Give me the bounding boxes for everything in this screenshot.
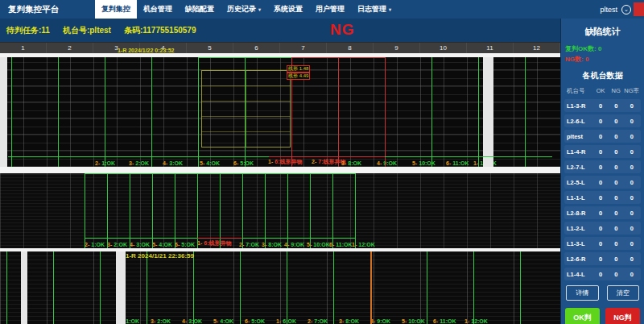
cell-status-label: 5-4:OK — [200, 160, 220, 166]
machine-cell: L1-1-L — [565, 194, 592, 201]
edge-marker-line — [269, 156, 385, 157]
alert-badge — [634, 2, 644, 16]
machine-cell: L1-2-L — [565, 225, 592, 232]
detail-button[interactable]: 详情 — [566, 285, 599, 301]
machine-row[interactable]: L2-6-L000 — [564, 114, 641, 127]
barcode: 条码:117755150579 — [124, 25, 196, 36]
panel-image-bottom[interactable]: 1-R 2024/1/21 22:36:59 2-1:OK3-2:OK4-3:O… — [0, 251, 560, 324]
machine-cell: 0 — [609, 148, 624, 156]
separator-line — [525, 57, 526, 167]
ok-count: 复判OK数: 0 — [564, 44, 641, 53]
machine-row[interactable]: L1-3-R000 — [564, 99, 641, 112]
nav-item-log-management[interactable]: 日志管理▾ — [351, 0, 398, 19]
edge-marker-line — [197, 238, 242, 239]
judge-ng-button[interactable]: NG判 — [605, 308, 640, 324]
machine-cell: 0 — [609, 210, 624, 217]
image-white-band — [0, 57, 7, 167]
nav-menu: 复判集控机台管理缺陷配置历史记录▾系统设置用户管理日志管理▾ — [95, 0, 398, 19]
machine-row[interactable]: L2-5-L000 — [564, 176, 641, 189]
machine-cell: L2-8-R — [565, 210, 592, 217]
machine-cell: 0 — [592, 164, 609, 171]
cell-status-label: 3-2:OK — [107, 242, 127, 247]
machine-row[interactable]: pltest000 — [564, 130, 641, 143]
edge-marker-line — [291, 57, 385, 58]
machine-row[interactable]: L2-6-R000 — [564, 252, 641, 265]
cell-status-label: 2-1:OK — [85, 242, 105, 247]
machine-cell: 0 — [609, 225, 624, 232]
machine-cell: 0 — [592, 179, 609, 186]
cell-status-label: 3-2:OK — [129, 160, 149, 166]
separator-line — [520, 251, 521, 324]
separator-line — [370, 251, 372, 324]
clear-button[interactable]: 清空 — [607, 285, 640, 301]
machine-cell: 0 — [624, 102, 640, 110]
machine-cell: 0 — [624, 118, 640, 125]
machine-row[interactable]: L2-7-L000 — [564, 160, 641, 173]
defect-region-outline — [201, 70, 291, 147]
nav-item-defect-config[interactable]: 缺陷配置 — [179, 0, 221, 19]
cell-status-label: 4-9:OK — [377, 160, 397, 166]
user-menu[interactable]: pltest ⌄ — [600, 0, 631, 19]
machine-row[interactable]: L1-4-R000 — [564, 145, 641, 158]
machine-row[interactable]: L1-4-L000 — [564, 268, 641, 280]
machine-cell: 0 — [592, 118, 609, 125]
machine-cell: L1-4-L — [565, 271, 592, 278]
cell-status-label: 6-5:OK — [245, 318, 265, 324]
machine-row[interactable]: L1-1-L000 — [564, 191, 641, 204]
machine-cell: L2-5-L — [565, 179, 592, 186]
nav-item-review-control[interactable]: 复判集控 — [95, 0, 137, 19]
nav-item-system-settings[interactable]: 系统设置 — [267, 0, 309, 19]
machine-id: 机台号:pltest — [63, 25, 111, 36]
defect-stats-panel: 缺陷统计 复判OK数: 0 NG数: 0 各机台数据 机台号OKNGNG率 L1… — [560, 19, 644, 324]
nav-item-machine-management[interactable]: 机台管理 — [137, 0, 179, 19]
machine-row[interactable]: L2-8-R000 — [564, 206, 641, 219]
cell-status-label: 4-9:OK — [370, 318, 390, 324]
chevron-down-icon: ▾ — [258, 6, 261, 12]
machine-cell: 0 — [592, 133, 609, 140]
panel-image-middle[interactable]: 2-1:OK3-2:OK4-3:OK5-4:OK6-5:OK1-6:线形异物2-… — [0, 173, 560, 248]
machine-cell: 0 — [624, 255, 640, 263]
machine-cell: L1-4-R — [565, 148, 592, 156]
ruler-number: 2 — [47, 43, 93, 53]
machine-cell: 0 — [609, 118, 624, 125]
top-navbar: 复判集控平台 复判集控机台管理缺陷配置历史记录▾系统设置用户管理日志管理▾ pl… — [0, 0, 644, 19]
defect-region-divider — [246, 71, 246, 147]
cell-status-label: 4-3:OK — [163, 160, 183, 166]
ruler-number: 12 — [514, 43, 560, 53]
cell-status-label: 1-6:线形异物 — [268, 158, 302, 166]
cell-status-label: 3-8:OK — [341, 160, 361, 166]
machine-cell: L1-3-R — [565, 102, 592, 110]
machine-table-column: 机台号 — [565, 87, 592, 95]
machine-cell: 0 — [592, 102, 609, 110]
nav-item-user-management[interactable]: 用户管理 — [309, 0, 351, 19]
separator-line — [53, 251, 54, 324]
cell-status-label: 1-12:OK — [464, 318, 488, 324]
ruler-number: 8 — [327, 43, 374, 53]
machine-cell: 0 — [592, 225, 609, 232]
machine-row[interactable]: L1-3-L000 — [564, 237, 641, 250]
separator-line — [58, 57, 59, 167]
machine-cell: 0 — [609, 133, 624, 140]
separator-line — [198, 57, 199, 167]
machine-cell: 0 — [624, 210, 640, 217]
status-bar: 待判任务:11 机台号:pltest 条码:117755150579 NG — [0, 19, 560, 42]
separator-line — [245, 57, 246, 167]
machine-cell: 0 — [592, 255, 609, 263]
machine-cell: 0 — [609, 240, 624, 247]
machine-cell: 0 — [624, 194, 640, 201]
separator-line — [240, 251, 241, 324]
ruler-number: 7 — [280, 43, 327, 53]
defect-annotation: 线形 1.48 — [287, 65, 310, 73]
judge-ok-button[interactable]: OK判 — [565, 308, 600, 324]
chevron-down-icon: ▾ — [389, 6, 391, 12]
machine-cell: 0 — [624, 133, 640, 140]
user-dropdown-icon[interactable]: ⌄ — [621, 5, 631, 15]
defect-annotation: 线形 4.49 — [287, 73, 310, 80]
machine-row[interactable]: L1-2-L000 — [564, 222, 641, 235]
cell-status-label: 6-11:OK — [446, 160, 469, 166]
nav-item-history-records[interactable]: 历史记录▾ — [221, 0, 267, 19]
machine-cell: 0 — [624, 164, 640, 171]
panel-image-top[interactable]: 线形 1.48线形 4.49 2-1:OK3-2:OK4-3:OK5-4:OK6… — [0, 57, 560, 167]
machine-cell: pltest — [565, 133, 592, 140]
cell-status-label: 6-5:OK — [233, 160, 254, 166]
